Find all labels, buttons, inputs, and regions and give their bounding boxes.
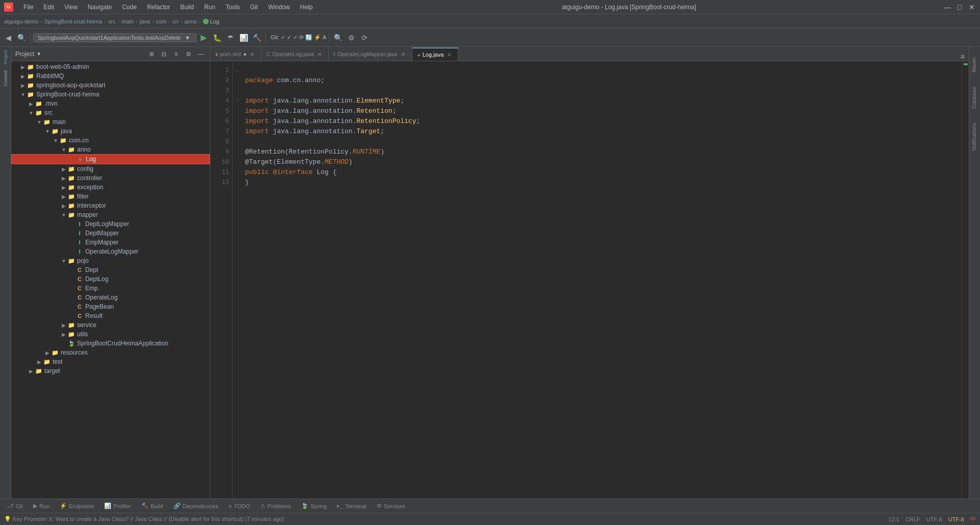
tree-item-exception[interactable]: ▶ 📁 exception xyxy=(11,183,210,192)
tree-item-service[interactable]: ▶ 📁 service xyxy=(11,320,210,330)
cursor-position[interactable]: 12:1 xyxy=(889,516,899,522)
menu-edit[interactable]: Edit xyxy=(41,3,56,12)
bottom-tab-git[interactable]: ⎇ Git xyxy=(2,501,28,511)
tree-item-app[interactable]: 🍃 SpringBootCrudHeimaApplication xyxy=(11,339,210,348)
tree-arrow-rabbitmq[interactable]: ▶ xyxy=(19,73,27,79)
tab-close-pom[interactable]: ✕ xyxy=(249,51,256,58)
breadcrumb-anno[interactable]: anno xyxy=(184,18,197,24)
bottom-tab-endpoints[interactable]: ⚡ Endpoints xyxy=(55,501,99,511)
tree-arrow-mapper[interactable]: ▼ xyxy=(60,212,67,218)
bottom-tab-build[interactable]: 🔨 Build xyxy=(136,501,168,511)
tree-item-deptlogmapper[interactable]: I DeptLogMapper xyxy=(11,219,210,229)
project-tab[interactable]: Project xyxy=(0,47,11,67)
back-button[interactable]: ◀ xyxy=(2,32,14,44)
tree-item-utils[interactable]: ▶ 📁 utils xyxy=(11,330,210,339)
bottom-tab-spring[interactable]: 🍃 Spring xyxy=(296,501,332,511)
menu-build[interactable]: Build xyxy=(178,3,196,12)
tree-arrow-resources[interactable]: ▶ xyxy=(44,350,51,356)
breadcrumb-java[interactable]: java xyxy=(140,18,150,24)
tree-arrow-mvn[interactable]: ▶ xyxy=(28,101,35,107)
tree-item-emp[interactable]: C Emp xyxy=(11,284,210,293)
vcs-button[interactable]: ⟳ xyxy=(358,32,371,44)
tree-item-resources[interactable]: ▶ 📁 resources xyxy=(11,348,210,357)
run-configuration[interactable]: SpringbootAopQuickstart1ApplicationTests… xyxy=(33,33,197,42)
bottom-tab-services[interactable]: ⚙ Services xyxy=(372,501,410,511)
run-button[interactable]: ▶ xyxy=(198,32,210,44)
menu-view[interactable]: View xyxy=(62,3,80,12)
tab-operatelog[interactable]: C OperateLog.java ✕ xyxy=(261,47,329,61)
tree-arrow-exception[interactable]: ▶ xyxy=(60,185,67,190)
tab-close-operatelogmapper[interactable]: ✕ xyxy=(400,51,407,58)
tree-arrow-boot-web[interactable]: ▶ xyxy=(19,64,27,70)
tree-item-empmapper[interactable]: I EmpMapper xyxy=(11,238,210,247)
tree-item-boot-web[interactable]: ▶ 📁 boot-web-05-admin xyxy=(11,62,210,71)
minimize-button[interactable]: — xyxy=(943,3,951,11)
forward-button[interactable]: 🔍 xyxy=(15,32,28,44)
tab-log[interactable]: ● Log.java ✕ xyxy=(412,47,459,61)
tree-item-operatelog[interactable]: C OperateLog xyxy=(11,293,210,302)
menu-window[interactable]: Window xyxy=(266,3,292,12)
tab-close-operatelog[interactable]: ✕ xyxy=(316,51,323,58)
menu-bar[interactable]: File Edit View Navigate Code Refactor Bu… xyxy=(21,3,315,12)
search-everywhere[interactable]: 🔍 xyxy=(332,32,344,44)
menu-navigate[interactable]: Navigate xyxy=(86,3,114,12)
settings-button[interactable]: ⚙ xyxy=(345,32,357,44)
tree-arrow-aop[interactable]: ▶ xyxy=(19,83,27,88)
tree-arrow-filter[interactable]: ▶ xyxy=(60,194,67,199)
tree-arrow-test[interactable]: ▶ xyxy=(36,359,43,365)
locate-file-button[interactable]: ⊕ xyxy=(146,49,157,59)
run-config-dropdown-icon[interactable]: ▼ xyxy=(185,35,190,41)
notifications-tab[interactable]: Notifications xyxy=(969,117,980,157)
tree-item-rabbitmq[interactable]: ▶ 📁 RabbitMQ xyxy=(11,71,210,81)
tab-operatelogmapper[interactable]: I OperateLogMapper.java ✕ xyxy=(329,47,412,61)
database-tab[interactable]: Database xyxy=(969,81,980,115)
code-editor[interactable]: package com.cn.anno; import java.lang.an… xyxy=(241,61,962,498)
tree-item-filter[interactable]: ▶ 📁 filter xyxy=(11,192,210,201)
tree-item-deptmapper[interactable]: I DeptMapper xyxy=(11,229,210,238)
tree-item-java[interactable]: ▼ 📁 java xyxy=(11,127,210,136)
tree-item-mapper[interactable]: ▼ 📁 mapper xyxy=(11,210,210,219)
menu-file[interactable]: File xyxy=(21,3,35,12)
menu-help[interactable]: Help xyxy=(298,3,315,12)
debug-button[interactable]: 🐛 xyxy=(211,32,223,44)
tree-item-src[interactable]: ▼ 📁 src xyxy=(11,108,210,117)
maximize-button[interactable]: □ xyxy=(955,3,964,11)
tree-item-pagebean[interactable]: C PageBean xyxy=(11,302,210,311)
breadcrumb-log-label[interactable]: Log xyxy=(210,18,219,24)
settings-button[interactable]: ⚙ xyxy=(183,49,193,59)
breadcrumb-log[interactable]: ⬤ xyxy=(203,18,209,24)
tree-item-target[interactable]: ▶ 📁 target xyxy=(11,366,210,376)
breadcrumb-main[interactable]: main xyxy=(121,18,134,24)
project-dropdown-icon[interactable]: ▼ xyxy=(36,51,41,57)
tree-item-test[interactable]: ▶ 📁 test xyxy=(11,357,210,366)
tree-arrow-java[interactable]: ▼ xyxy=(44,129,51,134)
tree-arrow-service[interactable]: ▶ xyxy=(60,322,67,328)
tree-item-controller[interactable]: ▶ 📁 controller xyxy=(11,173,210,183)
hide-button[interactable]: — xyxy=(195,49,206,59)
tree-arrow-crud[interactable]: ▼ xyxy=(19,92,27,97)
tab-close-log[interactable]: ✕ xyxy=(446,51,453,58)
breadcrumb-cn[interactable]: cn xyxy=(173,18,179,24)
bottom-tab-dependencies[interactable]: 🔗 Dependencies xyxy=(168,501,224,511)
tree-arrow-config[interactable]: ▶ xyxy=(60,166,67,172)
bottom-tab-run[interactable]: ▶ Run xyxy=(28,501,55,511)
tree-item-springboot-aop[interactable]: ▶ 📁 springboot-aop-quickstart xyxy=(11,81,210,90)
profile-button[interactable]: 📊 xyxy=(237,32,250,44)
language-indicator[interactable]: UTF-8 xyxy=(948,516,964,522)
tree-item-interceptor[interactable]: ▶ 📁 interceptor xyxy=(11,201,210,210)
tree-item-config[interactable]: ▶ 📁 config xyxy=(11,164,210,173)
menu-tools[interactable]: Tools xyxy=(224,3,242,12)
tree-arrow-anno[interactable]: ▼ xyxy=(60,147,67,153)
tree-item-main[interactable]: ▼ 📁 main xyxy=(11,117,210,127)
tree-item-log[interactable]: ● Log xyxy=(11,154,210,164)
bottom-tab-profiler[interactable]: 📊 Profiler xyxy=(99,501,136,511)
menu-code[interactable]: Code xyxy=(120,3,139,12)
menu-run[interactable]: Run xyxy=(202,3,217,12)
bottom-tab-terminal[interactable]: ▸_ Terminal xyxy=(332,501,372,511)
commit-tab[interactable]: Commit xyxy=(0,67,11,89)
window-controls[interactable]: — □ ✕ xyxy=(943,3,976,11)
tree-item-mvn[interactable]: ▶ 📁 .mvn xyxy=(11,99,210,108)
tab-pom[interactable]: x pom.xml ● ✕ xyxy=(210,47,261,61)
tree-arrow-utils[interactable]: ▶ xyxy=(60,332,67,337)
close-button[interactable]: ✕ xyxy=(968,3,976,11)
